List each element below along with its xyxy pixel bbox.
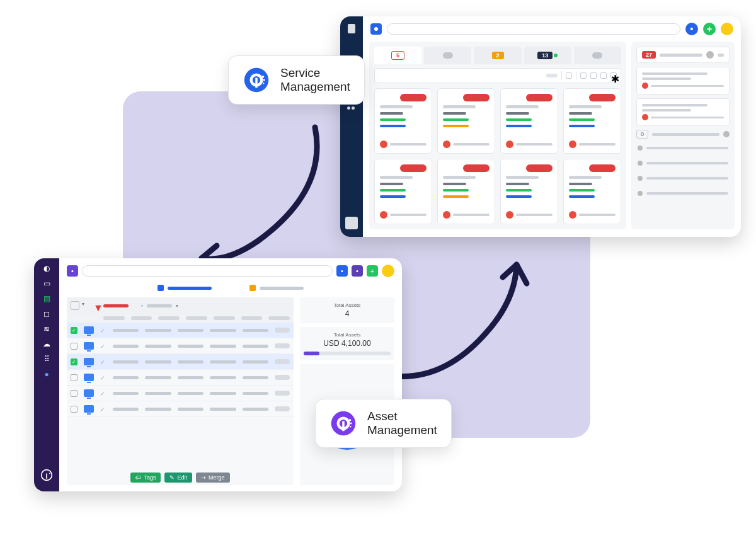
nav-dashboard-icon[interactable]: ◐ (41, 263, 52, 273)
avatar[interactable] (382, 265, 394, 277)
avatar-icon (443, 140, 450, 148)
search-bar[interactable] (387, 23, 680, 35)
table-columns (67, 314, 294, 323)
svc-card-grid (374, 88, 621, 224)
avatar-icon (569, 211, 576, 219)
nav-apps-icon[interactable]: ⠿ (41, 354, 52, 364)
ticket-card[interactable] (500, 159, 558, 224)
service-management-callout: Service Management (228, 55, 365, 105)
nav-monitor-icon[interactable]: ▭ (41, 278, 52, 289)
svc-tabs: 5 2 13 (374, 47, 621, 64)
nav-money-icon[interactable]: ▤ (41, 294, 52, 304)
side-item[interactable] (636, 67, 730, 95)
nav-dot-icon[interactable]: ● (41, 369, 52, 379)
check-icon: ✓ (100, 375, 106, 380)
active-filter[interactable] (103, 304, 129, 307)
nav-doc-icon[interactable] (348, 24, 355, 33)
side-list-item[interactable] (636, 188, 730, 199)
ast-sidebar: ◐ ▭ ▤ ◻ ≋ ☁ ⠿ ● (34, 258, 59, 491)
ticket-card[interactable] (563, 88, 621, 154)
side-item[interactable] (636, 98, 730, 126)
tab-a[interactable] (158, 285, 212, 291)
select-all-checkbox[interactable] (71, 301, 79, 310)
home-button[interactable] (370, 23, 382, 35)
avatar-icon (380, 140, 387, 148)
table-row[interactable]: ✓✓ (67, 354, 294, 370)
ast-nav-tabs (59, 281, 402, 297)
top-action-1[interactable]: • (685, 23, 698, 35)
tool-1[interactable] (566, 72, 572, 79)
asset-type-icon (84, 358, 94, 365)
tab-4[interactable]: 13 (524, 47, 571, 64)
check-icon (592, 52, 602, 59)
filter-icon[interactable]: ▼ (93, 302, 100, 309)
side-list-item[interactable] (636, 142, 730, 154)
svg-rect-15 (351, 222, 352, 227)
tab-2[interactable] (424, 47, 471, 64)
row-checkbox[interactable]: ✓ (71, 327, 77, 334)
svg-rect-10 (342, 421, 345, 432)
top-btn-1[interactable]: • (336, 265, 348, 277)
settings-icon[interactable]: ✱ (610, 72, 617, 79)
avatar[interactable] (721, 23, 733, 35)
ast-topbar: • • • + (59, 258, 402, 281)
service-logo-icon (243, 66, 270, 94)
svc-main-panel: 5 2 13 ✱ (369, 42, 626, 229)
tab-5[interactable] (574, 47, 621, 64)
tab-b[interactable] (249, 285, 304, 291)
svg-rect-19 (46, 474, 47, 479)
row-checkbox[interactable] (71, 406, 77, 413)
tab-1[interactable]: 5 (374, 47, 421, 64)
notif-dot-icon (554, 54, 558, 57)
row-checkbox[interactable] (71, 343, 77, 350)
svg-point-20 (49, 473, 50, 474)
tags-button[interactable]: 🏷 Tags (130, 473, 161, 483)
table-row[interactable]: ✓ (67, 401, 294, 417)
asset-type-icon (84, 405, 94, 413)
svg-point-12 (350, 423, 352, 425)
asset-callout-label: Asset Management (367, 410, 437, 437)
ticket-card[interactable] (374, 159, 432, 224)
asset-management-callout: Asset Management (315, 399, 452, 448)
merge-button[interactable]: ⇢ Merge (196, 473, 230, 483)
tool-2[interactable] (580, 72, 587, 79)
avatar-icon (569, 140, 576, 148)
total-assets-count: Total Assets 4 (300, 297, 394, 323)
svg-point-5 (263, 79, 265, 81)
avatar-icon (723, 131, 730, 137)
row-checkbox[interactable] (71, 390, 77, 397)
ticket-card[interactable] (563, 159, 621, 224)
top-btn-2[interactable]: • (352, 265, 363, 277)
side-list-item[interactable] (636, 173, 730, 184)
check-icon: ✓ (100, 343, 106, 348)
tool-3[interactable] (590, 72, 597, 79)
nav-db-icon[interactable]: ≋ (41, 324, 52, 334)
row-checkbox[interactable] (71, 374, 77, 381)
search-bar[interactable] (82, 265, 333, 277)
ticket-card[interactable] (374, 88, 432, 154)
edit-button[interactable]: ✎ Edit (164, 473, 192, 483)
table-row[interactable]: ✓✓ (67, 323, 294, 338)
home-button[interactable]: • (67, 265, 78, 277)
asset-type-icon (84, 389, 94, 397)
total-assets-value: Total Assets USD 4,100.00 (300, 327, 394, 360)
tool-4[interactable] (600, 72, 607, 79)
brand-logo-icon (345, 217, 358, 229)
add-button[interactable]: + (703, 23, 716, 35)
nav-cloud-icon[interactable]: ☁ (41, 339, 52, 349)
table-row[interactable]: ✓ (67, 370, 294, 386)
tab-3[interactable]: 2 (474, 47, 521, 64)
nav-doc-icon[interactable]: ◻ (41, 309, 52, 319)
row-checkbox[interactable]: ✓ (71, 358, 77, 365)
ticket-card[interactable] (500, 88, 558, 154)
svg-point-17 (355, 222, 356, 224)
asset-type-icon (84, 374, 94, 381)
ticket-card[interactable] (437, 159, 495, 224)
svg-point-11 (349, 419, 352, 421)
ticket-card[interactable] (437, 88, 495, 154)
toolbar-text (546, 74, 558, 77)
table-row[interactable]: ✓ (67, 386, 294, 401)
side-list-item[interactable] (636, 158, 730, 169)
add-button[interactable]: + (367, 265, 378, 277)
table-row[interactable]: ✓ (67, 338, 294, 354)
